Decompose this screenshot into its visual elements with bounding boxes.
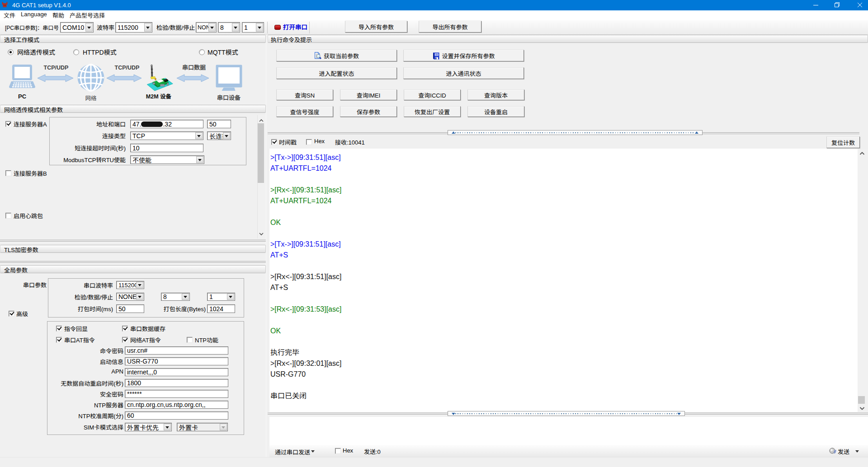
svg-text:PC: PC — [18, 93, 27, 100]
svg-text:TCP/UDP: TCP/UDP — [44, 65, 69, 71]
svg-text:串口设备: 串口设备 — [217, 94, 241, 101]
svg-text:串口数据: 串口数据 — [182, 64, 206, 71]
svg-text:TCP/UDP: TCP/UDP — [115, 65, 140, 71]
svg-text:网络: 网络 — [85, 95, 97, 102]
svg-text:M2M 设备: M2M 设备 — [146, 93, 172, 100]
